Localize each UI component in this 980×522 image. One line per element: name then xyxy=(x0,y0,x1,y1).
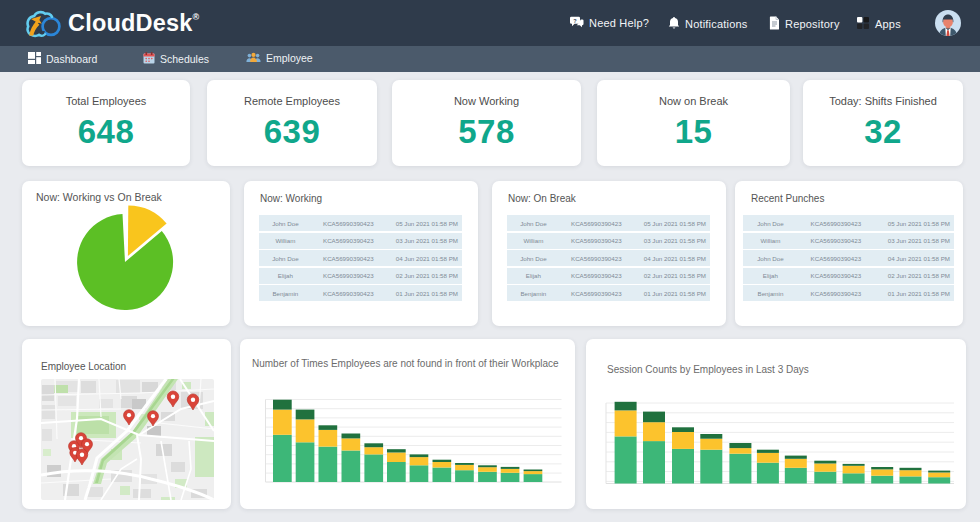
svg-text:?: ? xyxy=(573,18,577,24)
